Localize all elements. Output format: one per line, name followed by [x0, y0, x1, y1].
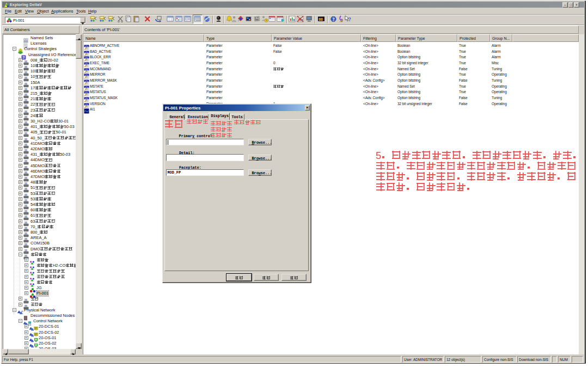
svg-text:?: ?: [348, 17, 351, 22]
svg-text:88: 88: [318, 17, 323, 21]
svg-text:?: ?: [333, 17, 335, 21]
